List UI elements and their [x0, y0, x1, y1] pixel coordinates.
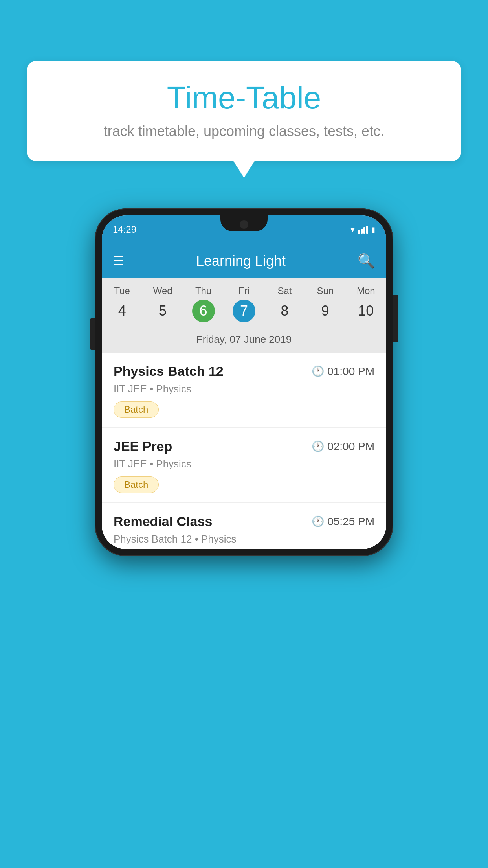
status-icons: ▾ ▮ [350, 224, 375, 235]
phone-mockup: 14:29 ▾ ▮ ☰ Learning [95, 208, 393, 556]
class-item-2[interactable]: JEE Prep 🕐 02:00 PM IIT JEE • Physics Ba… [102, 428, 386, 503]
class-time-value-3: 05:25 PM [327, 515, 374, 528]
class-time-1: 🕐 01:00 PM [312, 365, 374, 378]
notch [220, 215, 268, 231]
class-time-value-2: 02:00 PM [327, 440, 374, 453]
day-name-sat: Sat [264, 285, 305, 296]
day-name-mon: Mon [346, 285, 386, 296]
selected-date: Friday, 07 June 2019 [102, 329, 386, 353]
app-bar: ☰ Learning Light 🔍 [102, 244, 386, 278]
batch-badge-2: Batch [114, 476, 159, 493]
day-8[interactable]: 8 [264, 300, 305, 322]
class-name-1: Physics Batch 12 [114, 364, 224, 379]
day-5[interactable]: 5 [142, 300, 183, 322]
phone-screen: 14:29 ▾ ▮ ☰ Learning [102, 215, 386, 549]
bubble-title: Time-Table [42, 81, 446, 115]
class-name-3: Remedial Class [114, 514, 212, 529]
batch-badge-1: Batch [114, 401, 159, 418]
class-meta-1: IIT JEE • Physics [114, 383, 374, 395]
class-item-3[interactable]: Remedial Class 🕐 05:25 PM Physics Batch … [102, 503, 386, 549]
phone-outer: 14:29 ▾ ▮ ☰ Learning [95, 208, 393, 556]
class-header-3: Remedial Class 🕐 05:25 PM [114, 514, 374, 529]
status-bar: 14:29 ▾ ▮ [102, 215, 386, 244]
search-icon[interactable]: 🔍 [358, 253, 375, 269]
calendar-strip: Tue Wed Thu Fri Sat Sun Mon 4 5 6 7 8 9 … [102, 278, 386, 353]
app-title: Learning Light [196, 253, 286, 269]
class-time-3: 🕐 05:25 PM [312, 515, 374, 528]
day-6-today[interactable]: 6 [192, 300, 215, 322]
class-time-2: 🕐 02:00 PM [312, 440, 374, 453]
class-header-1: Physics Batch 12 🕐 01:00 PM [114, 364, 374, 379]
day-name-thu: Thu [183, 285, 224, 296]
day-name-wed: Wed [142, 285, 183, 296]
class-header-2: JEE Prep 🕐 02:00 PM [114, 439, 374, 454]
clock-icon-3: 🕐 [312, 515, 324, 528]
hamburger-icon[interactable]: ☰ [113, 254, 124, 268]
class-name-2: JEE Prep [114, 439, 172, 454]
day-9[interactable]: 9 [305, 300, 345, 322]
day-10[interactable]: 10 [346, 300, 386, 322]
speech-bubble: Time-Table track timetable, upcoming cla… [27, 61, 461, 161]
clock-icon-1: 🕐 [312, 365, 324, 377]
bubble-subtitle: track timetable, upcoming classes, tests… [42, 123, 446, 140]
day-4[interactable]: 4 [102, 300, 142, 322]
day-numbers: 4 5 6 7 8 9 10 [102, 300, 386, 329]
status-time: 14:29 [113, 224, 136, 235]
day-names: Tue Wed Thu Fri Sat Sun Mon [102, 285, 386, 300]
class-meta-3: Physics Batch 12 • Physics [114, 533, 374, 545]
class-list: Physics Batch 12 🕐 01:00 PM IIT JEE • Ph… [102, 353, 386, 549]
notch-camera [240, 220, 248, 229]
class-time-value-1: 01:00 PM [327, 365, 374, 378]
signal-bars [358, 226, 368, 234]
day-name-fri: Fri [224, 285, 264, 296]
class-meta-2: IIT JEE • Physics [114, 458, 374, 470]
wifi-icon: ▾ [350, 224, 355, 235]
class-item-1[interactable]: Physics Batch 12 🕐 01:00 PM IIT JEE • Ph… [102, 353, 386, 428]
day-7-selected[interactable]: 7 [233, 300, 255, 322]
day-name-sun: Sun [305, 285, 345, 296]
battery-icon: ▮ [371, 225, 375, 234]
day-name-tue: Tue [102, 285, 142, 296]
clock-icon-2: 🕐 [312, 440, 324, 452]
